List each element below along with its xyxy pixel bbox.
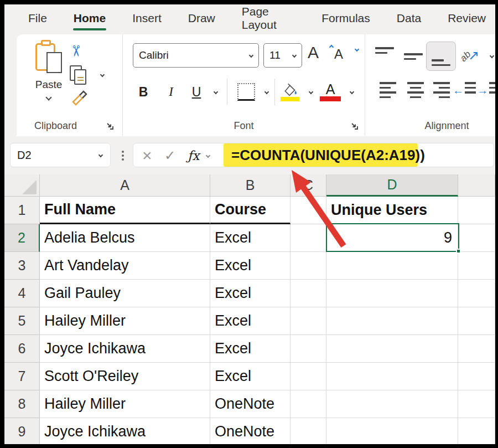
drag-handle-dots-icon[interactable] — [122, 151, 124, 153]
cell-c2[interactable] — [290, 224, 326, 252]
cell-e2[interactable] — [458, 224, 495, 252]
chevron-down-icon[interactable] — [45, 94, 51, 100]
align-right-button[interactable] — [429, 82, 450, 101]
cell-b8[interactable]: OneNote — [210, 390, 290, 418]
cell-d1[interactable]: Unique Users — [326, 197, 458, 224]
middle-align-button[interactable] — [404, 47, 424, 66]
column-header-b[interactable]: B — [210, 174, 290, 197]
orientation-button[interactable]: ab ↗ — [460, 45, 485, 68]
cell-a7[interactable]: Scott O'Reiley — [40, 363, 210, 390]
cell-e9[interactable] — [458, 418, 495, 444]
cell-c3[interactable] — [290, 252, 326, 280]
enter-check-icon[interactable]: ✓ — [164, 143, 175, 168]
cell-d2-active[interactable]: 9 — [326, 224, 458, 252]
font-color-chevron-icon[interactable] — [346, 76, 357, 107]
cell-e8[interactable] — [458, 390, 495, 418]
cell-b3[interactable]: Excel — [210, 252, 290, 280]
cell-e7[interactable] — [458, 363, 495, 390]
row-header-8[interactable]: 8 — [4, 390, 40, 418]
underline-button[interactable]: U — [188, 76, 205, 107]
cell-c4[interactable] — [290, 280, 326, 307]
row-header-5[interactable]: 5 — [4, 307, 40, 335]
cell-b6[interactable]: Excel — [210, 335, 290, 363]
cancel-icon[interactable]: × — [142, 145, 152, 167]
cell-b1[interactable]: Course — [210, 197, 290, 224]
decrease-font-size-button[interactable]: A — [334, 47, 359, 69]
cell-a5[interactable]: Hailey Miller — [40, 307, 210, 335]
row-header-2-selected[interactable]: 2 — [4, 224, 40, 252]
tab-file[interactable]: File — [19, 6, 56, 33]
borders-button[interactable] — [235, 76, 258, 107]
center-button[interactable] — [403, 82, 424, 101]
align-left-button[interactable] — [375, 82, 396, 101]
row-header-1[interactable]: 1 — [4, 197, 40, 224]
cell-e5[interactable] — [458, 307, 495, 335]
row-header-3[interactable]: 3 — [4, 252, 40, 280]
cell-a9[interactable]: Joyce Ichikawa — [40, 418, 210, 444]
cell-b7[interactable]: Excel — [210, 363, 290, 390]
italic-button[interactable]: I — [163, 76, 179, 107]
clipboard-dialog-launcher-icon[interactable] — [106, 122, 113, 130]
cell-e1[interactable] — [458, 197, 495, 224]
copy-button[interactable] — [70, 65, 89, 85]
top-align-button[interactable] — [375, 47, 395, 66]
cell-e3[interactable] — [458, 252, 495, 280]
tab-draw[interactable]: Draw — [179, 6, 225, 33]
cell-c1[interactable] — [290, 197, 326, 224]
tab-review[interactable]: Review — [438, 6, 495, 33]
cell-c5[interactable] — [290, 307, 326, 335]
cell-d3[interactable] — [326, 252, 458, 280]
tab-formulas[interactable]: Formulas — [312, 6, 380, 33]
fill-color-button[interactable] — [278, 76, 302, 107]
decrease-indent-button[interactable]: ← — [455, 82, 476, 101]
insert-function-icon[interactable]: ƒx — [188, 143, 199, 168]
orientation-chevron-icon[interactable] — [490, 54, 494, 58]
tab-insert[interactable]: Insert — [123, 6, 171, 33]
column-header-c[interactable]: C — [290, 174, 326, 197]
format-painter-icon[interactable] — [70, 89, 90, 109]
column-header-d-selected[interactable]: D — [326, 174, 458, 197]
paste-button[interactable]: Paste — [27, 39, 71, 111]
column-header-partial[interactable] — [458, 174, 495, 197]
cell-d8[interactable] — [326, 390, 458, 418]
copy-chevron-icon[interactable] — [100, 73, 105, 77]
borders-chevron-icon[interactable] — [261, 76, 272, 107]
cell-d5[interactable] — [326, 307, 458, 335]
fx-chevron-icon[interactable] — [206, 153, 210, 158]
cell-d4[interactable] — [326, 280, 458, 307]
cell-d9[interactable] — [326, 418, 458, 444]
cell-c9[interactable] — [290, 418, 326, 444]
cell-d7[interactable] — [326, 363, 458, 390]
font-color-button[interactable]: A — [318, 76, 343, 107]
bold-button[interactable]: B — [135, 76, 152, 107]
row-header-7[interactable]: 7 — [4, 363, 40, 390]
row-header-6[interactable]: 6 — [4, 335, 40, 363]
formula-input[interactable]: × ✓ ƒx =COUNTA(UNIQUE(A2:A19)) — [133, 143, 494, 167]
column-header-a[interactable]: A — [40, 174, 210, 197]
underline-chevron-icon[interactable] — [210, 76, 221, 107]
cell-b2[interactable]: Excel — [210, 224, 290, 252]
cell-a8[interactable]: Hailey Miller — [40, 390, 210, 418]
fill-color-chevron-icon[interactable] — [305, 76, 317, 107]
select-all-corner[interactable] — [4, 174, 40, 197]
cell-a6[interactable]: Joyce Ichikawa — [40, 335, 210, 363]
cell-a1[interactable]: Full Name — [40, 197, 210, 224]
tab-home[interactable]: Home — [64, 6, 115, 33]
increase-font-size-button[interactable]: A — [308, 43, 332, 68]
font-name-combo[interactable]: Calibri — [133, 43, 259, 68]
cell-c7[interactable] — [290, 363, 326, 390]
cell-b5[interactable]: Excel — [210, 307, 290, 335]
font-dialog-launcher-icon[interactable] — [350, 122, 358, 130]
name-box[interactable]: D2 — [10, 143, 111, 167]
cell-a2[interactable]: Adelia Belcus — [40, 224, 210, 252]
row-header-9[interactable]: 9 — [4, 418, 40, 444]
bottom-align-button[interactable] — [426, 42, 456, 71]
cell-e6[interactable] — [458, 335, 495, 363]
tab-data[interactable]: Data — [387, 6, 430, 33]
cell-c6[interactable] — [290, 335, 326, 363]
cell-a3[interactable]: Art Vandelay — [40, 252, 210, 280]
cell-a4[interactable]: Gail Pauley — [40, 280, 210, 307]
row-header-4[interactable]: 4 — [4, 280, 40, 307]
cell-b9[interactable]: OneNote — [210, 418, 290, 444]
cell-b4[interactable]: Excel — [210, 280, 290, 307]
